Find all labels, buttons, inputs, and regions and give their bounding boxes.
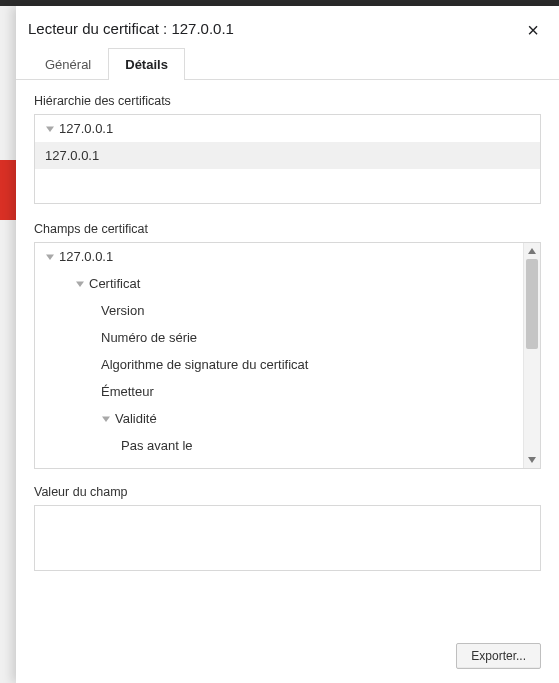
field-serial-row[interactable]: Numéro de série — [35, 324, 524, 351]
export-button[interactable]: Exporter... — [456, 643, 541, 669]
scroll-up-arrow-icon[interactable] — [524, 243, 540, 259]
scrollbar-thumb[interactable] — [526, 259, 538, 349]
tabs-bar: Général Détails — [16, 47, 559, 80]
fields-label: Champs de certificat — [34, 222, 541, 236]
hierarchy-child-label: 127.0.0.1 — [45, 148, 99, 163]
field-issuer-row[interactable]: Émetteur — [35, 378, 524, 405]
field-validity-row[interactable]: Validité — [35, 405, 524, 432]
field-validity-label: Validité — [115, 411, 157, 426]
close-icon[interactable]: × — [519, 16, 547, 44]
svg-marker-5 — [528, 457, 536, 463]
field-serial-label: Numéro de série — [101, 330, 197, 345]
tab-general[interactable]: Général — [28, 48, 108, 80]
certificate-hierarchy-panel: 127.0.0.1 127.0.0.1 — [34, 114, 541, 204]
hierarchy-root-label: 127.0.0.1 — [59, 121, 113, 136]
hierarchy-label: Hiérarchie des certificats — [34, 94, 541, 108]
field-not-before-row[interactable]: Pas avant le — [35, 432, 524, 459]
svg-marker-2 — [76, 281, 84, 287]
scroll-down-arrow-icon[interactable] — [524, 452, 540, 468]
dialog-title: Lecteur du certificat : 127.0.0.1 — [28, 14, 519, 47]
field-version-row[interactable]: Version — [35, 297, 524, 324]
field-sig-alg-label: Algorithme de signature du certificat — [101, 357, 308, 372]
field-value-label: Valeur du champ — [34, 485, 541, 499]
dialog-content: Hiérarchie des certificats 127.0.0.1 127… — [16, 80, 559, 633]
disclosure-triangle-icon — [45, 252, 55, 262]
disclosure-triangle-icon — [75, 279, 85, 289]
field-root-row[interactable]: 127.0.0.1 — [35, 243, 524, 270]
field-sig-alg-row[interactable]: Algorithme de signature du certificat — [35, 351, 524, 378]
certificate-fields-panel: 127.0.0.1 Certificat Version Numéro de s… — [34, 242, 541, 469]
field-value-section: Valeur du champ — [34, 485, 541, 571]
disclosure-triangle-icon — [101, 414, 111, 424]
field-certificat-row[interactable]: Certificat — [35, 270, 524, 297]
certificate-fields-list: 127.0.0.1 Certificat Version Numéro de s… — [35, 243, 524, 468]
hierarchy-empty-row — [35, 169, 540, 203]
fields-scrollbar[interactable] — [523, 243, 540, 468]
scrollbar-track[interactable] — [524, 259, 540, 452]
certificate-fields-section: Champs de certificat 127.0.0.1 Certifica… — [34, 222, 541, 469]
field-version-label: Version — [101, 303, 144, 318]
field-issuer-label: Émetteur — [101, 384, 154, 399]
background-page-red-strip — [0, 160, 16, 220]
svg-marker-0 — [46, 126, 54, 132]
disclosure-triangle-icon — [45, 124, 55, 134]
field-not-before-label: Pas avant le — [121, 438, 193, 453]
hierarchy-child-row[interactable]: 127.0.0.1 — [35, 142, 540, 169]
dialog-header: Lecteur du certificat : 127.0.0.1 × — [16, 6, 559, 47]
field-root-label: 127.0.0.1 — [59, 249, 113, 264]
svg-marker-1 — [46, 254, 54, 260]
tab-details[interactable]: Détails — [108, 48, 185, 80]
field-value-panel — [34, 505, 541, 571]
hierarchy-root-row[interactable]: 127.0.0.1 — [35, 115, 540, 142]
certificate-viewer-dialog: Lecteur du certificat : 127.0.0.1 × Géné… — [16, 6, 559, 683]
field-certificat-label: Certificat — [89, 276, 140, 291]
svg-marker-3 — [102, 416, 110, 422]
svg-marker-4 — [528, 248, 536, 254]
dialog-footer: Exporter... — [16, 633, 559, 683]
